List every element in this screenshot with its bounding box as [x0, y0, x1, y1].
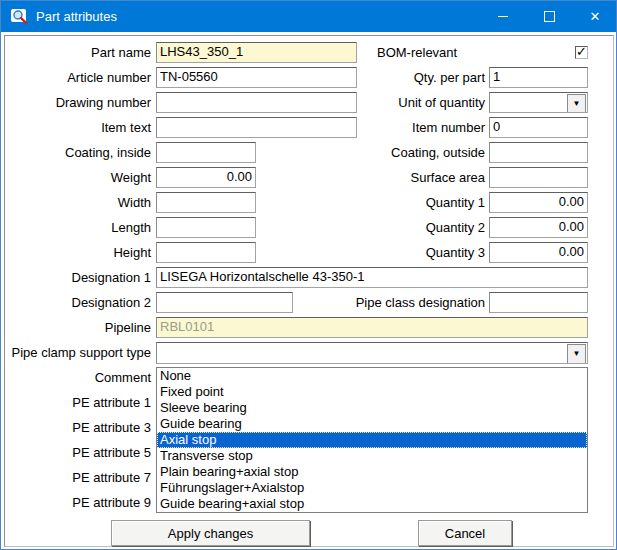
option-axial-stop-selected[interactable]: Axial stop — [157, 432, 587, 448]
designation-1-label: Designation 1 — [1, 267, 151, 288]
close-button[interactable]: ✕ — [572, 1, 617, 32]
pipe-clamp-support-type-listbox: None Fixed point Sleeve bearing Guide be… — [156, 367, 588, 513]
pe-attribute-5-label: PE attribute 5 — [1, 442, 151, 463]
option-sleeve-bearing[interactable]: Sleeve bearing — [157, 400, 587, 416]
pipe-class-designation-label: Pipe class designation — [335, 292, 485, 313]
length-label: Length — [1, 217, 151, 238]
part-attributes-dialog: Part attributes ✕ Part name LHS43_350_1 … — [0, 0, 617, 550]
width-field[interactable] — [156, 192, 256, 213]
minimize-icon — [498, 16, 508, 17]
pe-attribute-9-label: PE attribute 9 — [1, 492, 151, 513]
option-plain-bearing-axial-stop[interactable]: Plain bearing+axial stop — [157, 464, 587, 480]
unit-of-quantity-combobox[interactable]: ▼ — [489, 92, 588, 113]
designation-2-field[interactable] — [156, 292, 293, 313]
surface-area-field[interactable] — [489, 167, 588, 188]
maximize-icon — [544, 11, 555, 22]
option-none[interactable]: None — [157, 368, 587, 384]
drawing-number-field[interactable] — [156, 92, 357, 113]
coating-inside-field[interactable] — [156, 142, 256, 163]
app-magnifier-window-icon — [10, 8, 29, 25]
checkmark-icon: ✓ — [576, 44, 587, 59]
comment-label: Comment — [1, 367, 151, 388]
minimize-button[interactable] — [480, 1, 526, 32]
article-number-label: Article number — [1, 67, 151, 88]
window-title: Part attributes — [36, 1, 117, 32]
pipe-clamp-dropdown-button[interactable]: ▼ — [567, 344, 586, 364]
pipe-clamp-support-type-combobox[interactable]: ▼ — [156, 342, 588, 364]
quantity-2-label: Quantity 2 — [335, 217, 485, 238]
cancel-button[interactable]: Cancel — [418, 520, 512, 546]
quantity-1-field[interactable]: 0.00 — [489, 192, 588, 213]
option-guide-bearing-axial-stop[interactable]: Guide bearing+axial stop — [157, 496, 587, 512]
coating-inside-label: Coating, inside — [1, 142, 151, 163]
apply-changes-button[interactable]: Apply changes — [111, 520, 310, 546]
bom-relevant-label: BOM-relevant — [377, 42, 457, 63]
pipeline-label: Pipeline — [1, 317, 151, 338]
pipe-class-designation-field[interactable] — [489, 292, 588, 313]
titlebar: Part attributes ✕ — [1, 1, 616, 32]
item-number-label: Item number — [335, 117, 485, 138]
item-text-field[interactable] — [156, 117, 357, 138]
surface-area-label: Surface area — [335, 167, 485, 188]
designation-2-label: Designation 2 — [1, 292, 151, 313]
item-text-label: Item text — [1, 117, 151, 138]
drawing-number-label: Drawing number — [1, 92, 151, 113]
maximize-button[interactable] — [526, 1, 572, 32]
item-number-field[interactable]: 0 — [489, 117, 588, 138]
quantity-3-label: Quantity 3 — [335, 242, 485, 263]
quantity-1-label: Quantity 1 — [335, 192, 485, 213]
weight-field[interactable]: 0.00 — [156, 167, 256, 188]
option-fuehrungslager-axialstop[interactable]: Führungslager+Axialstop — [157, 480, 587, 496]
coating-outside-field[interactable] — [489, 142, 588, 163]
close-icon: ✕ — [590, 9, 601, 24]
pe-attribute-7-label: PE attribute 7 — [1, 467, 151, 488]
qty-per-part-label: Qty. per part — [335, 67, 485, 88]
width-label: Width — [1, 192, 151, 213]
option-fixed-point[interactable]: Fixed point — [157, 384, 587, 400]
option-transverse-stop[interactable]: Transverse stop — [157, 448, 587, 464]
chevron-down-icon: ▼ — [573, 100, 581, 108]
part-name-label: Part name — [1, 42, 151, 63]
quantity-3-field[interactable]: 0.00 — [489, 242, 588, 263]
quantity-2-field[interactable]: 0.00 — [489, 217, 588, 238]
coating-outside-label: Coating, outside — [335, 142, 485, 163]
option-guide-bearing[interactable]: Guide bearing — [157, 416, 587, 432]
pe-attribute-1-label: PE attribute 1 — [1, 392, 151, 413]
pe-attribute-3-label: PE attribute 3 — [1, 417, 151, 438]
pipeline-field: RBL0101 — [156, 317, 588, 338]
chevron-down-icon: ▼ — [573, 350, 581, 358]
designation-1-field[interactable]: LISEGA Horizontalschelle 43-350-1 — [156, 267, 588, 288]
length-field[interactable] — [156, 217, 256, 238]
unit-of-quantity-label: Unit of quantity — [335, 92, 485, 113]
part-name-field[interactable]: LHS43_350_1 — [156, 42, 357, 63]
bom-relevant-checkbox[interactable]: ✓ — [575, 46, 588, 59]
qty-per-part-field[interactable]: 1 — [489, 67, 588, 88]
height-label: Height — [1, 242, 151, 263]
pipe-clamp-support-type-label: Pipe clamp support type — [1, 342, 151, 363]
article-number-field[interactable]: TN-05560 — [156, 67, 357, 88]
unit-of-quantity-dropdown-button[interactable]: ▼ — [567, 94, 586, 113]
weight-label: Weight — [1, 167, 151, 188]
height-field[interactable] — [156, 242, 256, 263]
